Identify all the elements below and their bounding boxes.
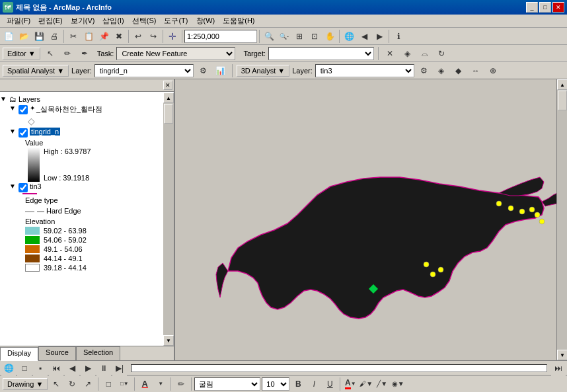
layer2-combo[interactable]: tin3 [315, 64, 414, 77]
sa-btn2[interactable]: 📊 [213, 63, 228, 78]
nav-fwd-btn[interactable]: ▶| [112, 361, 127, 375]
zoom-out-btn[interactable]: 🔍- [277, 29, 291, 44]
line-color-btn[interactable]: ╱▼ [375, 377, 389, 391]
copy-btn[interactable]: 📋 [81, 29, 96, 44]
bold-btn[interactable]: B [291, 377, 305, 391]
scale-input[interactable] [184, 30, 257, 43]
menu-insert[interactable]: 삽입(I) [98, 15, 128, 27]
font-color-btn[interactable]: A▼ [343, 377, 358, 391]
expand-icon-1[interactable]: ▼ [9, 104, 19, 112]
nav-slider[interactable] [131, 364, 547, 372]
zoom-full-btn[interactable]: ⊞ [292, 29, 307, 44]
editor-dropdown-btn[interactable]: Editor ▼ [3, 48, 40, 59]
redo-btn[interactable]: ↪ [146, 29, 161, 44]
underline-btn[interactable]: U [322, 377, 337, 391]
map-scroll-down[interactable]: ▼ [557, 350, 567, 360]
3d-btn4[interactable]: ↔ [469, 63, 483, 78]
menu-window[interactable]: 창(W) [192, 15, 219, 27]
tab-display[interactable]: Display [0, 347, 38, 361]
adddata-btn[interactable]: ✛ [165, 29, 180, 44]
tab-selection[interactable]: Selection [76, 346, 120, 360]
layer1-combo[interactable]: tingrid_n [94, 64, 194, 77]
layers-root[interactable]: ▼ 🗂 Layers [0, 95, 174, 104]
menu-tools[interactable]: 도구(T) [160, 15, 192, 27]
zoom-in-btn[interactable]: 🔍 [262, 29, 276, 44]
menu-edit[interactable]: 편집(E) [34, 15, 67, 27]
3d-opt-btn[interactable]: ⚙ [417, 63, 432, 78]
spatial-analyst-btn[interactable]: Spatial Analyst ▼ [3, 65, 69, 77]
text-color-A-btn[interactable]: A [137, 377, 152, 391]
scroll-up-btn[interactable]: ▲ [163, 93, 174, 103]
task-combo[interactable]: Create New Feature [116, 47, 235, 60]
save-btn[interactable]: 💾 [32, 29, 46, 44]
italic-btn[interactable]: I [307, 377, 321, 391]
minimize-button[interactable]: _ [526, 2, 538, 13]
nav-layout-btn[interactable]: □ [17, 361, 32, 375]
rotate-tool-btn[interactable]: ↻ [65, 377, 79, 391]
3d-btn3[interactable]: ◆ [451, 63, 466, 78]
menu-file[interactable]: 파일(F) [3, 15, 34, 27]
nav-globe-btn[interactable]: 🌐 [1, 361, 16, 375]
close-button[interactable]: ✕ [552, 2, 564, 13]
layer-check-1[interactable] [19, 105, 28, 114]
draw-tool-btn[interactable]: ✏ [174, 377, 188, 391]
expand-icon-3[interactable]: ▼ [9, 182, 19, 190]
edit-pen2-btn[interactable]: ✒ [77, 46, 92, 61]
nav-pause-btn[interactable]: ⏸ [96, 361, 111, 375]
paste-btn[interactable]: 📌 [96, 29, 111, 44]
map-scroll-up[interactable]: ▲ [557, 79, 567, 90]
left-scrollbar[interactable]: ▲ ▼ [163, 93, 174, 346]
nav-back-btn[interactable]: ⏮ [49, 361, 63, 375]
3d-btn5[interactable]: ⊕ [486, 63, 500, 78]
zoom-extent-btn[interactable]: ⊡ [307, 29, 322, 44]
layer-item-3[interactable]: ▼ tin3 [9, 182, 174, 193]
fwd-extent-btn[interactable]: ▶ [372, 29, 387, 44]
highlight-btn[interactable]: 🖌▼ [359, 377, 373, 391]
identify-btn[interactable]: ℹ [391, 29, 406, 44]
rotate-btn[interactable]: ↻ [434, 46, 449, 61]
expand-icon-2[interactable]: ▼ [9, 128, 19, 135]
edit-vertices-btn[interactable]: ◈ [400, 46, 414, 61]
reshape-btn[interactable]: ⌓ [417, 46, 432, 61]
nav-prev-btn[interactable]: ◀ [65, 361, 79, 375]
sa-options-btn[interactable]: ⚙ [196, 63, 211, 78]
menu-selection[interactable]: 선택(S) [128, 15, 161, 27]
menu-help[interactable]: 도움말(H) [219, 15, 258, 27]
back-extent-btn[interactable]: ◀ [357, 29, 371, 44]
nav-play-btn[interactable]: ▶ [81, 361, 95, 375]
expand-icon[interactable]: ▼ [0, 95, 9, 102]
scroll-thumb[interactable] [164, 104, 173, 124]
undo-btn[interactable]: ↩ [131, 29, 145, 44]
map-area[interactable]: ▲ ▼ [175, 79, 567, 360]
rectangle-btn[interactable]: □ [101, 377, 116, 391]
pan-btn[interactable]: ✋ [322, 29, 337, 44]
open-btn[interactable]: 📂 [17, 29, 31, 44]
panel-close-btn[interactable]: ✕ [163, 81, 172, 90]
text-color-arrow-btn[interactable]: ▼ [153, 377, 168, 391]
right-scrollbar[interactable]: ▲ ▼ [556, 79, 567, 360]
target-combo[interactable] [268, 47, 374, 60]
rect-arrow-btn[interactable]: □▼ [117, 377, 132, 391]
map-scroll-thumb[interactable] [558, 91, 567, 110]
delete-btn[interactable]: ✖ [112, 29, 126, 44]
tab-source[interactable]: Source [38, 346, 76, 360]
3d-analyst-btn[interactable]: 3D Analyst ▼ [237, 65, 290, 77]
scroll-down-btn[interactable]: ▼ [163, 335, 174, 346]
drawing-dropdown-btn[interactable]: Drawing ▼ [3, 378, 48, 390]
menu-view[interactable]: 보기(V) [67, 15, 99, 27]
font-name-combo[interactable]: 굴림 [194, 377, 260, 391]
print-btn[interactable]: 🖨 [47, 29, 61, 44]
layer-check-3[interactable] [19, 183, 28, 192]
layer-check-2[interactable] [19, 128, 28, 137]
layer-item-2[interactable]: ▼ tingrid_n [9, 127, 174, 138]
nav-data-btn[interactable]: ▪ [33, 361, 48, 375]
select-tool-btn[interactable]: ↖ [49, 377, 63, 391]
edit-pen-btn[interactable]: ✏ [60, 46, 75, 61]
fill-color-btn[interactable]: ◉▼ [391, 377, 405, 391]
sketch-btn[interactable]: ✕ [383, 46, 397, 61]
edit-tool-btn[interactable]: ↖ [43, 46, 57, 61]
font-size-combo[interactable]: 10 [262, 377, 289, 391]
cut-btn[interactable]: ✂ [66, 29, 81, 44]
layer-item-1[interactable]: ▼ ✦ _실목하천안_휠타점 [9, 104, 174, 115]
globe-btn[interactable]: 🌐 [342, 29, 356, 44]
